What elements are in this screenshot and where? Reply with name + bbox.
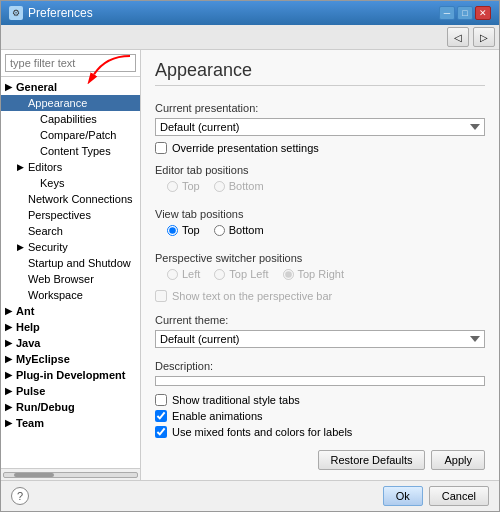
enable-animations-row: Enable animations	[155, 410, 485, 422]
view-tab-bottom-radio[interactable]	[214, 225, 225, 236]
arrow-icon: ▶	[5, 402, 13, 412]
window-icon: ⚙	[9, 6, 23, 20]
use-mixed-fonts-checkbox[interactable]	[155, 426, 167, 438]
sidebar-item-team[interactable]: ▶Team	[1, 415, 140, 431]
sidebar-item-pulse[interactable]: ▶Pulse	[1, 383, 140, 399]
minimize-button[interactable]: ─	[439, 6, 455, 20]
sidebar-item-search[interactable]: Search	[1, 223, 140, 239]
sidebar-item-help[interactable]: ▶Help	[1, 319, 140, 335]
forward-button[interactable]: ▷	[473, 27, 495, 47]
restore-defaults-button[interactable]: Restore Defaults	[318, 450, 426, 470]
sidebar-item-java[interactable]: ▶Java	[1, 335, 140, 351]
current-presentation-label: Current presentation:	[155, 102, 485, 114]
sidebar-item-security[interactable]: ▶Security	[1, 239, 140, 255]
use-mixed-fonts-row: Use mixed fonts and colors for labels	[155, 426, 485, 438]
scroll-track	[3, 472, 138, 478]
help-button[interactable]: ?	[11, 487, 29, 505]
editor-tab-top-item: Top	[167, 180, 200, 192]
arrow-icon: ▶	[5, 306, 13, 316]
sidebar-item-rundebug[interactable]: ▶Run/Debug	[1, 399, 140, 415]
view-tab-top-label: Top	[182, 224, 200, 236]
arrow-icon: ▶	[17, 162, 25, 172]
arrow-icon: ▶	[5, 370, 13, 380]
sidebar-item-network[interactable]: Network Connections	[1, 191, 140, 207]
sidebar-tree: ▶General Appearance Capabilities Compare…	[1, 77, 140, 468]
sidebar-scrollbar[interactable]	[1, 468, 140, 480]
override-checkbox[interactable]	[155, 142, 167, 154]
sidebar-item-appearance[interactable]: Appearance	[1, 95, 140, 111]
ok-button[interactable]: Ok	[383, 486, 423, 506]
arrow-icon: ▶	[5, 418, 13, 428]
perspective-label: Perspective switcher positions	[155, 252, 485, 264]
view-tab-top-radio[interactable]	[167, 225, 178, 236]
apply-button[interactable]: Apply	[431, 450, 485, 470]
editor-tab-radios: Top Bottom	[167, 180, 485, 192]
view-tab-bottom-label: Bottom	[229, 224, 264, 236]
sidebar-item-perspectives[interactable]: Perspectives	[1, 207, 140, 223]
perspective-topright-radio[interactable]	[283, 269, 294, 280]
current-presentation-dropdown[interactable]: Default (current)	[155, 118, 485, 136]
show-text-checkbox[interactable]	[155, 290, 167, 302]
title-bar: ⚙ Preferences ─ □ ✕	[1, 1, 499, 25]
current-theme-label: Current theme:	[155, 314, 485, 326]
sidebar-filter	[1, 50, 140, 77]
main-panel: Appearance Current presentation: Default…	[141, 50, 499, 480]
editor-tab-bottom-item: Bottom	[214, 180, 264, 192]
sidebar-item-general[interactable]: ▶General	[1, 79, 140, 95]
sidebar-item-startup[interactable]: Startup and Shutdow	[1, 255, 140, 271]
editor-tab-top-radio[interactable]	[167, 181, 178, 192]
perspective-left-radio[interactable]	[167, 269, 178, 280]
sidebar-item-content-types[interactable]: Content Types	[1, 143, 140, 159]
editor-tab-bottom-label: Bottom	[229, 180, 264, 192]
arrow-icon: ▶	[5, 322, 13, 332]
arrow-icon: ▶	[5, 82, 13, 92]
sidebar-item-capabilities[interactable]: Capabilities	[1, 111, 140, 127]
scroll-thumb	[14, 473, 54, 477]
view-tab-radios: Top Bottom	[167, 224, 485, 236]
show-traditional-row: Show traditional style tabs	[155, 394, 485, 406]
perspective-topleft-radio[interactable]	[214, 269, 225, 280]
show-traditional-label: Show traditional style tabs	[172, 394, 300, 406]
perspective-topleft-item: Top Left	[214, 268, 268, 280]
cancel-button[interactable]: Cancel	[429, 486, 489, 506]
sidebar-item-ant[interactable]: ▶Ant	[1, 303, 140, 319]
sidebar-item-workspace[interactable]: Workspace	[1, 287, 140, 303]
show-text-label: Show text on the perspective bar	[172, 290, 332, 302]
preferences-window: ⚙ Preferences ─ □ ✕ ◁ ▷ ▶Ge	[0, 0, 500, 512]
view-tab-bottom-item: Bottom	[214, 224, 264, 236]
enable-animations-checkbox[interactable]	[155, 410, 167, 422]
perspective-left-label: Left	[182, 268, 200, 280]
show-traditional-checkbox[interactable]	[155, 394, 167, 406]
window-title: Preferences	[28, 6, 93, 20]
back-button[interactable]: ◁	[447, 27, 469, 47]
perspective-topright-label: Top Right	[298, 268, 344, 280]
sidebar-item-compare[interactable]: Compare/Patch	[1, 127, 140, 143]
action-buttons: Restore Defaults Apply	[155, 450, 485, 470]
bottom-right: Ok Cancel	[383, 486, 489, 506]
view-tab-label: View tab positions	[155, 208, 485, 220]
sidebar-item-editors[interactable]: ▶Editors	[1, 159, 140, 175]
panel-title: Appearance	[155, 60, 485, 86]
sidebar-item-plugin[interactable]: ▶Plug-in Development	[1, 367, 140, 383]
sidebar-item-myeclipse[interactable]: ▶MyEclipse	[1, 351, 140, 367]
perspective-left-item: Left	[167, 268, 200, 280]
current-theme-dropdown[interactable]: Default (current)	[155, 330, 485, 348]
filter-input[interactable]	[5, 54, 136, 72]
show-text-row: Show text on the perspective bar	[155, 290, 485, 302]
perspective-group: Perspective switcher positions Left Top …	[155, 246, 485, 286]
sidebar-item-webbrowser[interactable]: Web Browser	[1, 271, 140, 287]
view-tab-group: View tab positions Top Bottom	[155, 202, 485, 242]
maximize-button[interactable]: □	[457, 6, 473, 20]
view-tab-top-item: Top	[167, 224, 200, 236]
sidebar-item-keys[interactable]: Keys	[1, 175, 140, 191]
editor-tab-bottom-radio[interactable]	[214, 181, 225, 192]
sidebar: ▶General Appearance Capabilities Compare…	[1, 50, 141, 480]
use-mixed-fonts-label: Use mixed fonts and colors for labels	[172, 426, 352, 438]
editor-tab-label: Editor tab positions	[155, 164, 485, 176]
window-controls: ─ □ ✕	[439, 6, 491, 20]
description-label: Description:	[155, 360, 485, 372]
close-button[interactable]: ✕	[475, 6, 491, 20]
current-theme-row: Default (current)	[155, 330, 485, 348]
perspective-topright-item: Top Right	[283, 268, 344, 280]
arrow-icon: ▶	[5, 354, 13, 364]
